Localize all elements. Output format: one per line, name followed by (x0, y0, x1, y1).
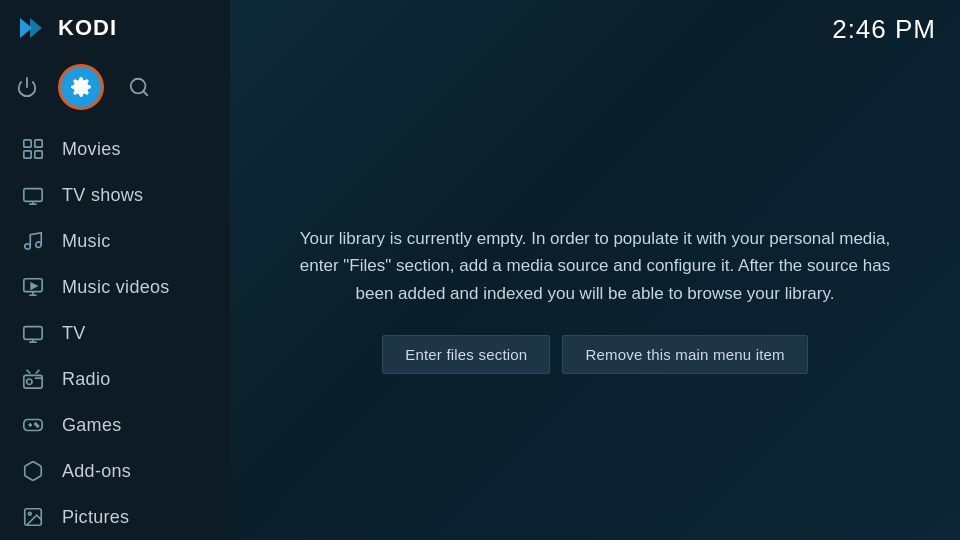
sidebar-item-radio[interactable]: Radio (0, 356, 230, 402)
action-buttons: Enter files section Remove this main men… (382, 335, 808, 374)
sidebar-item-pictures[interactable]: Pictures (0, 494, 230, 540)
app-header: KODI (0, 0, 230, 56)
main-content: 2:46 PM Your library is currently empty.… (230, 0, 960, 540)
sidebar-item-add-ons[interactable]: Add-ons (0, 448, 230, 494)
pictures-icon (20, 504, 46, 530)
sidebar-item-games[interactable]: Games (0, 402, 230, 448)
library-message: Your library is currently empty. In orde… (290, 225, 900, 307)
music-label: Music (62, 231, 111, 252)
svg-rect-5 (24, 140, 31, 147)
svg-line-4 (143, 91, 147, 95)
sidebar-action-row (0, 56, 230, 126)
search-icon[interactable] (128, 76, 150, 98)
gear-icon (70, 76, 92, 98)
svg-rect-18 (24, 327, 42, 340)
tv-label: TV (62, 323, 86, 344)
movies-icon (20, 136, 46, 162)
music-icon (20, 228, 46, 254)
sidebar-item-music[interactable]: Music (0, 218, 230, 264)
enter-files-button[interactable]: Enter files section (382, 335, 550, 374)
svg-point-22 (27, 379, 32, 385)
tv-shows-icon (20, 182, 46, 208)
svg-marker-1 (30, 18, 42, 38)
top-bar: 2:46 PM (230, 0, 960, 59)
svg-point-12 (25, 244, 31, 250)
settings-button[interactable] (58, 64, 104, 110)
pictures-label: Pictures (62, 507, 129, 528)
kodi-logo-icon (16, 12, 48, 44)
nav-menu: Movies TV shows Music (0, 126, 230, 540)
svg-point-13 (36, 242, 42, 248)
sidebar-item-movies[interactable]: Movies (0, 126, 230, 172)
games-label: Games (62, 415, 122, 436)
add-ons-label: Add-ons (62, 461, 131, 482)
svg-rect-24 (24, 420, 42, 431)
svg-point-30 (28, 512, 31, 515)
remove-menu-item-button[interactable]: Remove this main menu item (562, 335, 807, 374)
sidebar-item-tv-shows[interactable]: TV shows (0, 172, 230, 218)
music-videos-label: Music videos (62, 277, 170, 298)
svg-point-28 (37, 425, 39, 427)
music-videos-icon (20, 274, 46, 300)
svg-rect-7 (24, 151, 31, 158)
tv-icon (20, 320, 46, 346)
svg-rect-8 (35, 151, 42, 158)
games-icon (20, 412, 46, 438)
power-icon[interactable] (16, 76, 38, 98)
svg-marker-17 (31, 283, 37, 289)
sidebar-item-music-videos[interactable]: Music videos (0, 264, 230, 310)
content-area: Your library is currently empty. In orde… (230, 59, 960, 540)
tv-shows-label: TV shows (62, 185, 143, 206)
svg-rect-9 (24, 189, 42, 202)
movies-label: Movies (62, 139, 121, 160)
sidebar-item-tv[interactable]: TV (0, 310, 230, 356)
sidebar: KODI (0, 0, 230, 540)
add-ons-icon (20, 458, 46, 484)
clock-display: 2:46 PM (832, 14, 936, 45)
radio-label: Radio (62, 369, 111, 390)
app-title: KODI (58, 15, 117, 41)
svg-rect-6 (35, 140, 42, 147)
radio-icon (20, 366, 46, 392)
